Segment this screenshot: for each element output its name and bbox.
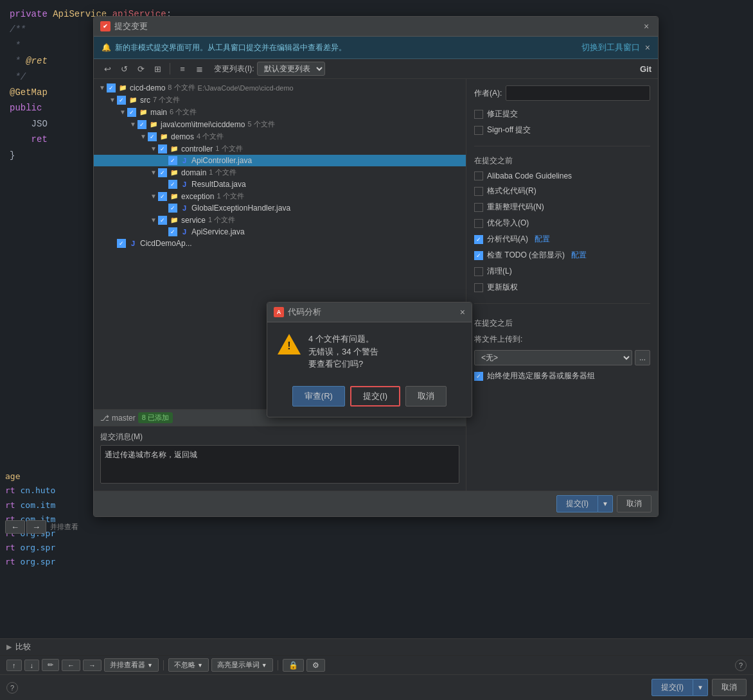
- tree-checkbox-cicd-demo[interactable]: [107, 83, 116, 92]
- tree-item-exception[interactable]: ▼ 📁 exception 1 个文件: [94, 190, 466, 202]
- java-icon-apicontroller: J: [180, 156, 189, 165]
- author-input[interactable]: [506, 85, 650, 101]
- bottom-help-btn[interactable]: ?: [6, 682, 18, 694]
- compare-forward-btn[interactable]: →: [83, 660, 102, 671]
- always-use-checkbox[interactable]: [474, 372, 483, 381]
- side-by-side-btn[interactable]: 并排查看器 ▼: [104, 658, 159, 672]
- tree-item-controller[interactable]: ▼ 📁 controller 1 个文件: [94, 143, 466, 155]
- commit-main-button[interactable]: 提交(I): [556, 495, 598, 512]
- tree-checkbox-globalexception[interactable]: [168, 204, 177, 213]
- toolbar-expand-btn[interactable]: ≣: [192, 62, 206, 76]
- info-banner: 🔔 新的非模式提交界面可用。从工具窗口提交并在编辑器中查看差异。 切换到工具窗口…: [94, 37, 658, 59]
- upload-server-more-btn[interactable]: ...: [635, 350, 650, 365]
- amend-commit-label: 修正提交: [487, 109, 518, 119]
- tree-item-resultdata[interactable]: J ResultData.java: [94, 179, 466, 190]
- bottom-commit-arrow-button[interactable]: ▼: [693, 679, 708, 696]
- compare-next-btn[interactable]: ↓: [24, 660, 40, 671]
- check-todo-label: 检查 TODO (全部显示): [487, 250, 565, 261]
- lock-btn[interactable]: 🔒: [283, 659, 304, 672]
- amend-commit-checkbox[interactable]: [474, 110, 483, 119]
- bottom-commit-bar: 提交(I) ▼ 取消: [0, 674, 753, 700]
- commit-arrow-button[interactable]: ▼: [598, 495, 613, 512]
- tree-checkbox-resultdata[interactable]: [168, 180, 177, 189]
- review-button[interactable]: 审查(R): [292, 386, 345, 407]
- commit-dialog: ✔ 提交变更 × 🔔 新的非模式提交界面可用。从工具窗口提交并在编辑器中查看差异…: [93, 16, 659, 517]
- analysis-commit-button[interactable]: 提交(I): [350, 386, 400, 407]
- optimize-imports-checkbox[interactable]: [474, 219, 483, 228]
- switch-to-toolwindow-link[interactable]: 切换到工具窗口: [581, 42, 640, 53]
- toolbar-group-btn[interactable]: ⊞: [150, 62, 164, 76]
- changes-list-select[interactable]: 默认变更列表: [257, 62, 325, 76]
- update-copyright-checkbox[interactable]: [474, 283, 483, 292]
- tree-checkbox-java[interactable]: [137, 120, 146, 129]
- toolbar-refresh2-btn[interactable]: ⟳: [134, 62, 148, 76]
- format-code-checkbox[interactable]: [474, 187, 483, 196]
- file-tree-panel: ▼ 📁 cicd-demo 8 个文件 E:\JavaCode\Demo\cic…: [94, 79, 466, 491]
- alibaba-checkbox[interactable]: [474, 171, 483, 180]
- toolbar-back-btn[interactable]: ↩: [100, 62, 114, 76]
- tree-checkbox-domain[interactable]: [158, 168, 167, 177]
- compare-prev-btn[interactable]: ↑: [6, 660, 22, 671]
- tree-item-domain[interactable]: ▼ 📁 domain 1 个文件: [94, 166, 466, 179]
- tree-item-cicd-demo[interactable]: ▼ 📁 cicd-demo 8 个文件 E:\JavaCode\Demo\cic…: [94, 82, 466, 94]
- tree-checkbox-cicddemoapp[interactable]: [117, 239, 126, 248]
- changes-list-label: 变更列表(I):: [214, 64, 254, 74]
- toolbar-collapse-btn[interactable]: ≡: [175, 62, 190, 76]
- compare-back-btn[interactable]: ←: [62, 660, 80, 671]
- analysis-close-button[interactable]: ×: [460, 307, 465, 317]
- gear-btn[interactable]: ⚙: [306, 659, 325, 672]
- tree-checkbox-exception[interactable]: [158, 192, 167, 201]
- tree-item-apiservice[interactable]: J ApiService.java: [94, 226, 466, 238]
- tree-checkbox-src[interactable]: [117, 96, 126, 105]
- tree-checkbox-apiservice[interactable]: [168, 227, 177, 236]
- check-todo-config-link[interactable]: 配置: [571, 250, 587, 261]
- compare-edit-btn[interactable]: ✏: [42, 659, 59, 671]
- bottom-cancel-button[interactable]: 取消: [712, 679, 747, 696]
- toolbar-sep1: [170, 63, 170, 74]
- commit-button-group: 提交(I) ▼: [556, 495, 613, 512]
- tree-checkbox-service[interactable]: [158, 216, 167, 225]
- tree-arrow-exception: ▼: [150, 193, 158, 200]
- tree-checkbox-demos[interactable]: [148, 132, 157, 141]
- tree-item-apicontroller[interactable]: J ApiController.java: [94, 155, 466, 166]
- tree-item-globalexception[interactable]: J GlobalExceptionHandler.java: [94, 202, 466, 214]
- analyze-code-checkbox[interactable]: [474, 235, 483, 244]
- java-icon-resultdata: J: [180, 180, 189, 189]
- tree-item-demos[interactable]: ▼ 📁 demos 4 个文件: [94, 130, 466, 143]
- commit-dialog-close[interactable]: ×: [641, 21, 651, 31]
- ignore-btn[interactable]: 不忽略 ▼: [168, 658, 209, 672]
- upload-server-select[interactable]: <无>: [474, 350, 632, 365]
- highlight-btn[interactable]: 高亮显示单词 ▼: [211, 658, 273, 672]
- rearrange-code-checkbox[interactable]: [474, 203, 483, 212]
- commit-message-input[interactable]: 通过传递城市名称，返回城: [100, 445, 459, 484]
- signoff-commit-checkbox[interactable]: [474, 126, 483, 135]
- tree-checkbox-main[interactable]: [127, 108, 136, 117]
- branch-info: ⎇ master 8 已添加: [100, 412, 173, 423]
- analyze-code-config-link[interactable]: 配置: [535, 234, 550, 245]
- toolbar-refresh-btn[interactable]: ↺: [117, 62, 131, 76]
- help-btn[interactable]: ?: [735, 660, 747, 671]
- tree-item-main[interactable]: ▼ 📁 main 6 个文件: [94, 106, 466, 118]
- bottom-commit-main-button[interactable]: 提交(I): [651, 679, 693, 696]
- cleanup-checkbox[interactable]: [474, 267, 483, 276]
- update-copyright-label: 更新版权: [487, 282, 518, 293]
- tree-count-src: 7 个文件: [153, 95, 180, 105]
- info-icon: 🔔: [102, 43, 111, 52]
- nav-forward-button[interactable]: →: [26, 520, 46, 534]
- tree-item-service[interactable]: ▼ 📁 service 1 个文件: [94, 214, 466, 226]
- bottom-commit-button-group: 提交(I) ▼: [651, 679, 708, 696]
- commit-cancel-button[interactable]: 取消: [617, 495, 651, 512]
- tree-item-java[interactable]: ▼ 📁 java\com\itmei\cicddemo 5 个文件: [94, 118, 466, 130]
- tree-item-src[interactable]: ▼ 📁 src 7 个文件: [94, 94, 466, 106]
- alibaba-label: Alibaba Code Guidelines: [487, 171, 572, 180]
- tree-item-cicddemoapp[interactable]: J CicdDemoAp...: [94, 238, 466, 249]
- nav-back-button[interactable]: ←: [5, 520, 25, 534]
- tree-checkbox-apicontroller[interactable]: [168, 156, 177, 165]
- tree-name-demos: demos: [171, 132, 194, 141]
- commit-dialog-titlebar: ✔ 提交变更 ×: [94, 17, 658, 37]
- commit-dialog-bottom: 提交(I) ▼ 取消: [94, 491, 658, 516]
- check-todo-checkbox[interactable]: [474, 251, 483, 260]
- info-banner-close[interactable]: ×: [645, 42, 650, 53]
- analysis-cancel-button[interactable]: 取消: [405, 386, 447, 407]
- tree-checkbox-controller[interactable]: [158, 144, 167, 153]
